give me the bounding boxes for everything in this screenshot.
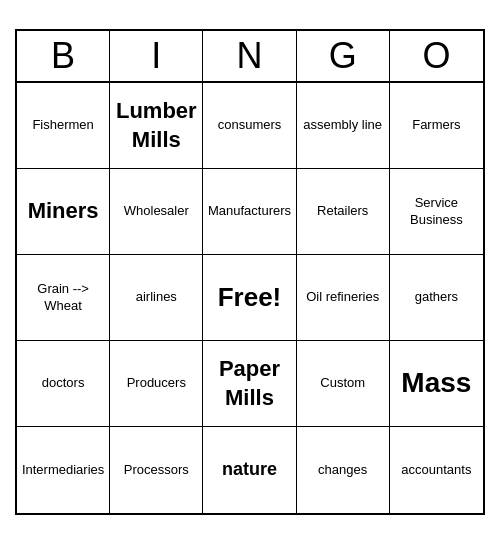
bingo-cell: Producers [110, 341, 203, 427]
cell-text: Grain --> Wheat [21, 281, 105, 315]
bingo-cell: Oil refineries [297, 255, 390, 341]
cell-text: changes [318, 462, 367, 479]
header-letter: N [203, 31, 296, 81]
cell-text: Oil refineries [306, 289, 379, 306]
bingo-cell: Free! [203, 255, 296, 341]
bingo-cell: Manufacturers [203, 169, 296, 255]
cell-text: consumers [218, 117, 282, 134]
bingo-cell: doctors [17, 341, 110, 427]
header-letter: G [297, 31, 390, 81]
cell-text: Custom [320, 375, 365, 392]
bingo-cell: Lumber Mills [110, 83, 203, 169]
cell-text: Manufacturers [208, 203, 291, 220]
bingo-cell: consumers [203, 83, 296, 169]
bingo-cell: Service Business [390, 169, 483, 255]
cell-text: Producers [127, 375, 186, 392]
bingo-cell: Custom [297, 341, 390, 427]
cell-text: doctors [42, 375, 85, 392]
cell-text: Paper Mills [207, 355, 291, 412]
bingo-cell: Wholesaler [110, 169, 203, 255]
header-letter: O [390, 31, 483, 81]
bingo-cell: accountants [390, 427, 483, 513]
cell-text: Retailers [317, 203, 368, 220]
cell-text: nature [222, 458, 277, 481]
bingo-cell: Grain --> Wheat [17, 255, 110, 341]
bingo-cell: Retailers [297, 169, 390, 255]
bingo-grid: FishermenLumber Millsconsumersassembly l… [17, 83, 483, 513]
cell-text: Free! [218, 281, 282, 315]
cell-text: Lumber Mills [114, 97, 198, 154]
cell-text: assembly line [303, 117, 382, 134]
bingo-cell: Paper Mills [203, 341, 296, 427]
bingo-cell: Farmers [390, 83, 483, 169]
cell-text: Mass [401, 365, 471, 401]
bingo-cell: Intermediaries [17, 427, 110, 513]
bingo-cell: Processors [110, 427, 203, 513]
cell-text: Farmers [412, 117, 460, 134]
cell-text: gathers [415, 289, 458, 306]
cell-text: Miners [28, 197, 99, 226]
bingo-cell: Mass [390, 341, 483, 427]
bingo-cell: gathers [390, 255, 483, 341]
cell-text: accountants [401, 462, 471, 479]
bingo-cell: Miners [17, 169, 110, 255]
bingo-cell: changes [297, 427, 390, 513]
cell-text: airlines [136, 289, 177, 306]
bingo-cell: assembly line [297, 83, 390, 169]
bingo-cell: Fishermen [17, 83, 110, 169]
cell-text: Wholesaler [124, 203, 189, 220]
cell-text: Fishermen [32, 117, 93, 134]
cell-text: Intermediaries [22, 462, 104, 479]
cell-text: Processors [124, 462, 189, 479]
bingo-cell: airlines [110, 255, 203, 341]
header-letter: I [110, 31, 203, 81]
bingo-header: BINGO [17, 31, 483, 83]
bingo-cell: nature [203, 427, 296, 513]
header-letter: B [17, 31, 110, 81]
bingo-card: BINGO FishermenLumber Millsconsumersasse… [15, 29, 485, 515]
cell-text: Service Business [394, 195, 479, 229]
